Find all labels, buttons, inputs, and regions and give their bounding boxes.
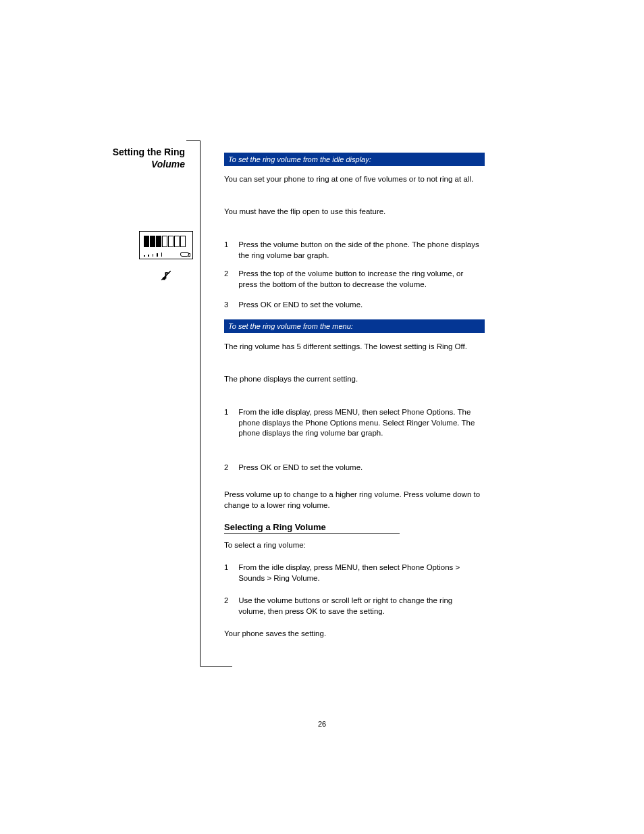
side-heading: Setting the Ring Volume <box>50 146 185 170</box>
step-text: Use the volume buttons or scroll left or… <box>238 596 481 617</box>
step-number: 1 <box>224 240 236 251</box>
intro-paragraph-4: The phone displays the current setting. <box>224 374 486 385</box>
final-paragraph: Your phone saves the setting. <box>224 629 486 640</box>
step-1-section3: 1 From the idle display, press MENU, the… <box>224 563 486 583</box>
step-text: From the idle display, press MENU, then … <box>238 563 481 583</box>
battery-icon <box>180 252 189 257</box>
step-1-section1: 1 Press the volume button on the side of… <box>224 240 486 261</box>
step-number: 1 <box>224 563 236 573</box>
side-heading-line2: Volume <box>50 158 185 170</box>
intro-paragraph-3: The ring volume has 5 different settings… <box>224 342 486 353</box>
step-2-section1: 2 Press the top of the volume button to … <box>224 269 486 290</box>
ringer-off-icon <box>160 269 172 282</box>
page-container: Setting the Ring Volume <box>0 0 644 834</box>
intro-paragraph-1: You can set your phone to ring at one of… <box>224 174 486 185</box>
section-bar-idle-display: To set the ring volume from the idle dis… <box>224 153 485 166</box>
step-2-section3: 2 Use the volume buttons or scroll left … <box>224 596 486 617</box>
horizontal-rule-bottom <box>200 666 232 667</box>
section-bar-label: To set the ring volume from the menu: <box>228 322 353 330</box>
section-bar-menu: To set the ring volume from the menu: <box>224 319 485 333</box>
vertical-rule <box>200 140 200 666</box>
page-number: 26 <box>0 720 644 728</box>
step-number: 3 <box>224 300 236 311</box>
step-number: 1 <box>224 407 236 418</box>
horizontal-rule-top <box>186 140 200 141</box>
signal-strength-icon <box>144 244 163 257</box>
step-text: Press the top of the volume button to in… <box>238 269 481 290</box>
step-text: Press the volume button on the side of t… <box>238 240 481 261</box>
step-2-section2: 2 Press OK or END to set the volume. <box>224 463 486 473</box>
step-text: From the idle display, press MENU, then … <box>238 407 481 439</box>
step-1-section2: 1 From the idle display, press MENU, the… <box>224 407 486 439</box>
step-number: 2 <box>224 596 236 606</box>
step-number: 2 <box>224 269 236 280</box>
lcd-display-illustration <box>139 231 193 259</box>
section-bar-label: To set the ring volume from the idle dis… <box>228 155 371 163</box>
side-heading-line1: Setting the Ring <box>50 146 185 158</box>
step-text: Press OK or END to set the volume. <box>238 463 481 473</box>
step-number: 2 <box>224 463 236 473</box>
tip-paragraph: Press volume up to change to a higher ri… <box>224 490 486 511</box>
step-text: Press OK or END to set the volume. <box>238 300 481 311</box>
intro-paragraph-2: You must have the flip open to use this … <box>224 207 486 217</box>
step-3-section1: 3 Press OK or END to set the volume. <box>224 300 486 311</box>
subheading-selecting-ring-volume: Selecting a Ring Volume <box>224 522 400 534</box>
sub-intro-paragraph: To select a ring volume: <box>224 540 486 551</box>
